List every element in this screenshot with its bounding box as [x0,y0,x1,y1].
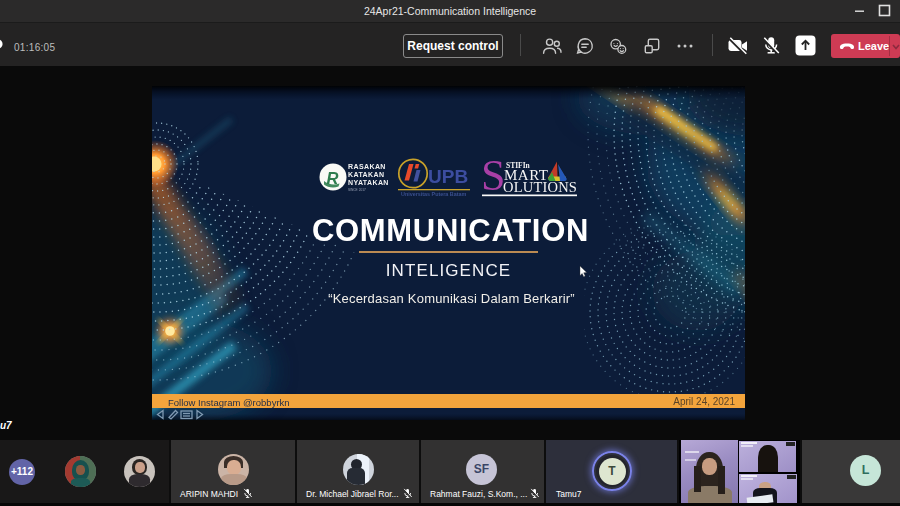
svg-text:RASAKAN: RASAKAN [348,163,386,170]
svg-text:KATAKAN: KATAKAN [348,171,384,178]
svg-text:S: S [481,151,505,200]
svg-text:UPB: UPB [428,166,468,187]
svg-text:OLUTIONS: OLUTIONS [503,179,577,195]
svg-text:SINCE 2017: SINCE 2017 [348,188,366,192]
svg-text:NYATAKAN: NYATAKAN [348,179,389,186]
svg-text:Universitas Putera Batam: Universitas Putera Batam [401,191,467,197]
